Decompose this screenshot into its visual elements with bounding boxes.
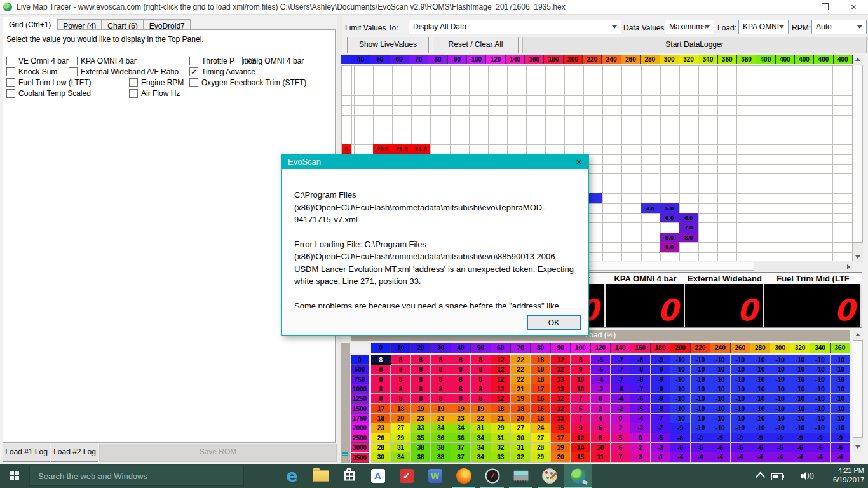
bottom-table-column-header[interactable]: 180: [651, 343, 670, 353]
taskbar-app-a-app[interactable]: A: [363, 464, 392, 488]
table-cell[interactable]: 13: [551, 375, 571, 384]
table-cell[interactable]: 8: [451, 375, 471, 384]
table-cell[interactable]: -10: [750, 384, 770, 394]
trace-cell[interactable]: 6.0: [679, 213, 698, 222]
taskbar-app-file-explorer[interactable]: [306, 464, 335, 488]
table-cell[interactable]: 2: [630, 443, 650, 452]
table-cell[interactable]: 8: [591, 433, 611, 443]
table-cell[interactable]: 8: [391, 394, 410, 403]
data-values-select[interactable]: Maximums: [665, 20, 714, 34]
bottom-table-column-header[interactable]: 40: [451, 343, 471, 353]
table-cell[interactable]: -10: [731, 414, 750, 423]
table-cell[interactable]: -10: [710, 355, 730, 365]
table-cell[interactable]: 8: [391, 384, 410, 394]
top-grid-column-header[interactable]: 200: [564, 55, 583, 64]
trace-cell[interactable]: 20.0: [373, 144, 392, 154]
table-cell[interactable]: 33: [491, 452, 511, 462]
table-cell[interactable]: 37: [451, 443, 471, 452]
table-cell[interactable]: 26: [371, 433, 391, 443]
table-cell[interactable]: 13: [551, 384, 571, 394]
table-cell[interactable]: -10: [710, 394, 730, 403]
trace-cell[interactable]: 8.0: [660, 233, 679, 242]
taskbar-app-windows-store[interactable]: [335, 464, 363, 488]
top-grid-column-header[interactable]: 160: [525, 55, 544, 64]
table-cell[interactable]: 8: [431, 384, 451, 394]
trace-cell[interactable]: 0: [342, 144, 351, 154]
table-cell[interactable]: -10: [691, 414, 710, 423]
table-cell[interactable]: -4: [810, 452, 830, 462]
table-cell[interactable]: -10: [770, 394, 790, 403]
bottom-table-column-header[interactable]: 60: [491, 343, 511, 353]
taskbar-app-evoscan[interactable]: [564, 464, 592, 488]
bottom-table-column-header[interactable]: 120: [591, 343, 611, 353]
table-cell[interactable]: -10: [810, 384, 830, 394]
table-cell[interactable]: -10: [810, 355, 830, 365]
checkbox-checked-icon[interactable]: ✓: [189, 67, 198, 76]
table-cell[interactable]: 8: [411, 365, 431, 374]
table-cell[interactable]: -4: [770, 452, 790, 462]
table-cell[interactable]: 34: [451, 423, 471, 433]
dialog-titlebar[interactable]: EvoScan ×: [282, 155, 588, 169]
table-cell[interactable]: -10: [731, 365, 750, 374]
checkbox-icon[interactable]: [6, 67, 15, 76]
table-cell[interactable]: -6: [790, 443, 810, 452]
table-cell[interactable]: -10: [670, 384, 690, 394]
table-cell[interactable]: -7: [611, 375, 630, 384]
scrollbar-thumb[interactable]: [853, 340, 863, 438]
vertical-scrollbar[interactable]: [853, 330, 863, 452]
top-grid-column-header[interactable]: 80: [428, 55, 447, 64]
table-cell[interactable]: 29: [531, 452, 550, 462]
table-cell[interactable]: 18: [531, 365, 550, 374]
table-cell[interactable]: -10: [691, 375, 710, 384]
table-cell[interactable]: -10: [810, 365, 830, 374]
table-cell[interactable]: 22: [471, 414, 491, 423]
table-cell[interactable]: -10: [790, 414, 810, 423]
bottom-table-row-header[interactable]: 0: [351, 355, 369, 365]
table-cell[interactable]: 17: [551, 433, 571, 443]
table-cell[interactable]: 12: [491, 375, 511, 384]
table-cell[interactable]: 19: [471, 404, 491, 414]
table-cell[interactable]: -9: [750, 433, 770, 443]
table-cell[interactable]: 8: [431, 355, 451, 365]
checkbox-psig-omni-4-bar[interactable]: PSIg OMNI 4 bar: [234, 57, 304, 65]
table-cell[interactable]: 38: [431, 452, 451, 462]
tab-grid-ctrl-1-[interactable]: Grid (Ctrl+1): [3, 17, 57, 32]
limit-values-select[interactable]: Display All Data: [409, 20, 621, 34]
table-cell[interactable]: 7: [611, 452, 630, 462]
top-grid-column-header[interactable]: 320: [679, 55, 698, 64]
table-cell[interactable]: -10: [710, 375, 730, 384]
table-cell[interactable]: -9: [710, 433, 730, 443]
top-grid-column-header[interactable]: 220: [583, 55, 602, 64]
table-cell[interactable]: -10: [691, 404, 710, 414]
table-cell[interactable]: 27: [531, 433, 550, 443]
table-cell[interactable]: 12: [551, 365, 571, 374]
checkbox-coolant-temp-scaled[interactable]: Coolant Temp Scaled: [6, 89, 91, 98]
table-cell[interactable]: -10: [810, 423, 830, 433]
table-cell[interactable]: 8: [371, 365, 391, 374]
table-cell[interactable]: 18: [531, 375, 550, 384]
table-cell[interactable]: -4: [611, 394, 630, 403]
table-cell[interactable]: 23: [451, 414, 471, 423]
table-cell[interactable]: -8: [630, 375, 650, 384]
bottom-table-row-header[interactable]: 1500: [351, 404, 369, 414]
table-cell[interactable]: 2: [591, 404, 611, 414]
table-cell[interactable]: -8: [630, 355, 650, 365]
table-cell[interactable]: 10: [571, 384, 590, 394]
table-cell[interactable]: 19: [551, 443, 571, 452]
table-cell[interactable]: 20: [551, 452, 571, 462]
table-cell[interactable]: -1: [651, 452, 670, 462]
checkbox-icon[interactable]: [6, 78, 15, 87]
table-cell[interactable]: -9: [651, 394, 670, 403]
table-cell[interactable]: -6: [831, 443, 850, 452]
table-cell[interactable]: 8: [411, 375, 431, 384]
table-cell[interactable]: 20: [391, 414, 410, 423]
bottom-table[interactable]: 888888122218128-5-7-8-9-10-10-10-10-10-1…: [371, 355, 850, 463]
checkbox-icon[interactable]: [189, 57, 198, 65]
table-cell[interactable]: -10: [770, 355, 790, 365]
table-cell[interactable]: 8: [451, 355, 471, 365]
table-cell[interactable]: 17: [371, 404, 391, 414]
table-cell[interactable]: -10: [790, 375, 810, 384]
top-grid-column-header[interactable]: 300: [660, 55, 679, 64]
taskbar-app-gauge-app[interactable]: [478, 464, 506, 488]
table-cell[interactable]: 38: [411, 443, 431, 452]
